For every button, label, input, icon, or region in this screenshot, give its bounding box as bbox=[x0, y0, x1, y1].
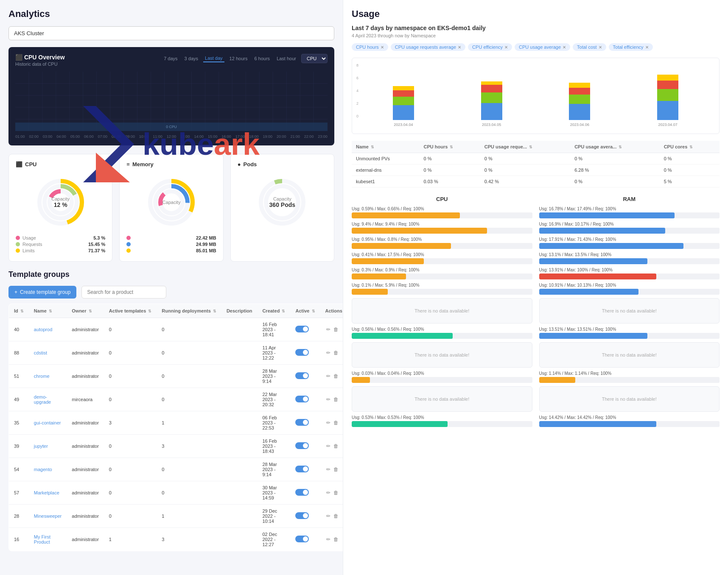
metrics-columns: CPU Usg: 0.59% / Max: 0.66% / Req: 100% … bbox=[352, 196, 720, 430]
edit-icon[interactable]: ✏ bbox=[326, 536, 330, 542]
remove-total-efficiency[interactable]: ✕ bbox=[645, 45, 649, 50]
delete-icon[interactable]: 🗑 bbox=[333, 327, 339, 332]
ut-cpu-usage-avg: 0 % bbox=[570, 153, 659, 165]
delete-icon[interactable]: 🗑 bbox=[333, 513, 339, 519]
cell-id: 39 bbox=[9, 435, 29, 458]
ram-bar-track-9 bbox=[539, 377, 720, 383]
delete-icon[interactable]: 🗑 bbox=[333, 490, 339, 496]
name-link[interactable]: magento bbox=[34, 467, 52, 472]
usage-table-body: Unmounted PVs 0 % 0 % 0 % 0 % external-d… bbox=[352, 153, 720, 187]
name-sort-icon[interactable]: ⇅ bbox=[49, 309, 52, 313]
delete-icon[interactable]: 🗑 bbox=[333, 443, 339, 449]
memory-gauge-card: ≡ Memory Capacity bbox=[119, 154, 223, 262]
active-toggle[interactable] bbox=[295, 372, 309, 379]
name-link[interactable]: chrome bbox=[34, 374, 50, 379]
ram-bar-track-1 bbox=[539, 228, 720, 234]
delete-icon[interactable]: 🗑 bbox=[333, 373, 339, 379]
active-toggle[interactable] bbox=[295, 442, 309, 449]
edit-icon[interactable]: ✏ bbox=[326, 490, 330, 496]
edit-icon[interactable]: ✏ bbox=[326, 466, 330, 472]
edit-icon[interactable]: ✏ bbox=[326, 327, 330, 332]
edit-icon[interactable]: ✏ bbox=[326, 420, 330, 426]
name-link[interactable]: autoprod bbox=[34, 327, 52, 332]
ut-cpu-usage-req: 0.42 % bbox=[480, 176, 570, 187]
template-groups-table: Id ⇅ Name ⇅ Owner ⇅ Active templates ⇅ R… bbox=[8, 304, 348, 551]
bar-seg-green-3 bbox=[569, 95, 590, 104]
name-link[interactable]: Marketplace bbox=[34, 490, 59, 495]
remove-cpu-usage-avg[interactable]: ✕ bbox=[563, 45, 566, 50]
filter-total-efficiency[interactable]: Total efficiency ✕ bbox=[609, 43, 653, 51]
name-link[interactable]: gui-container bbox=[34, 420, 61, 425]
name-link[interactable]: My First Product bbox=[34, 534, 50, 544]
edit-icon[interactable]: ✏ bbox=[326, 443, 330, 449]
cluster-select[interactable]: AKS Cluster bbox=[8, 26, 334, 40]
delete-icon[interactable]: 🗑 bbox=[333, 466, 339, 472]
no-data-ram-10: There is no data available! bbox=[539, 386, 720, 412]
time-lastday-btn[interactable]: Last day bbox=[203, 55, 224, 62]
cpu-bar-fill-4 bbox=[352, 274, 406, 279]
bar-group-4: 2023.04.07 bbox=[630, 73, 706, 127]
edit-icon[interactable]: ✏ bbox=[326, 373, 330, 379]
edit-icon[interactable]: ✏ bbox=[326, 513, 330, 519]
filter-cpu-efficiency[interactable]: CPU efficiency ✕ bbox=[468, 43, 512, 51]
remove-cpu-efficiency[interactable]: ✕ bbox=[504, 45, 508, 50]
active-sort-icon[interactable]: ⇅ bbox=[148, 309, 151, 313]
search-input[interactable] bbox=[81, 286, 166, 299]
metric-select[interactable]: CPU bbox=[301, 54, 328, 63]
time-lasthour-btn[interactable]: Last hour bbox=[275, 55, 298, 62]
delete-icon[interactable]: 🗑 bbox=[333, 420, 339, 426]
delete-icon[interactable]: 🗑 bbox=[333, 396, 339, 402]
remove-total-cost[interactable]: ✕ bbox=[599, 45, 602, 50]
time-3days-btn[interactable]: 3 days bbox=[183, 55, 200, 62]
filter-cpu-hours[interactable]: CPU hours ✕ bbox=[352, 43, 388, 51]
pods-card-title: ● Pods bbox=[238, 161, 327, 167]
filter-cpu-usage-avg[interactable]: CPU usage average ✕ bbox=[515, 43, 570, 51]
delete-icon[interactable]: 🗑 bbox=[333, 536, 339, 542]
name-link[interactable]: cdstist bbox=[34, 350, 47, 355]
bar-seg-red-2 bbox=[481, 85, 502, 92]
id-sort-icon[interactable]: ⇅ bbox=[20, 309, 24, 313]
filter-total-cost[interactable]: Total cost ✕ bbox=[573, 43, 606, 51]
time-12hours-btn[interactable]: 12 hours bbox=[228, 55, 249, 62]
cell-id: 40 bbox=[9, 318, 29, 341]
create-template-group-button[interactable]: + Create template group bbox=[8, 286, 76, 299]
owner-sort-icon[interactable]: ⇅ bbox=[89, 309, 92, 313]
active-toggle[interactable] bbox=[295, 512, 309, 519]
edit-icon[interactable]: ✏ bbox=[326, 396, 330, 402]
cell-name: Minesweeper bbox=[29, 505, 67, 528]
time-6hours-btn[interactable]: 6 hours bbox=[252, 55, 272, 62]
ram-bar-track-7 bbox=[539, 333, 720, 339]
name-link[interactable]: jupyter bbox=[34, 444, 48, 449]
filter-cpu-usage-req[interactable]: CPU usage requests average ✕ bbox=[391, 43, 465, 51]
cpu-chart-svg: 0 CPU bbox=[15, 72, 328, 131]
remove-cpu-hours[interactable]: ✕ bbox=[381, 45, 384, 50]
cpu-bar-label-2: Usg: 0.95% / Max: 0.8% / Req: 100% bbox=[352, 237, 532, 242]
cpu-bar-track-1 bbox=[352, 228, 532, 234]
active-toggle[interactable] bbox=[295, 419, 309, 426]
y-axis: 8 6 4 2 0 bbox=[356, 63, 358, 118]
ram-bar-label-11: Usg: 14.42% / Max: 14.42% / Req: 100% bbox=[539, 415, 720, 420]
cell-name: Marketplace bbox=[29, 481, 67, 505]
created-sort-icon[interactable]: ⇅ bbox=[282, 309, 285, 313]
cell-id: 16 bbox=[9, 528, 29, 551]
time-7days-btn[interactable]: 7 days bbox=[162, 55, 179, 62]
delete-icon[interactable]: 🗑 bbox=[333, 350, 339, 356]
active-toggle[interactable] bbox=[295, 489, 309, 496]
active-toggle[interactable] bbox=[295, 536, 309, 542]
bar-label-3: 2023.04.06 bbox=[570, 123, 589, 127]
deployments-sort-icon[interactable]: ⇅ bbox=[213, 309, 216, 313]
memory-card-title: ≡ Memory bbox=[126, 161, 216, 167]
active-col-sort-icon[interactable]: ⇅ bbox=[312, 309, 315, 313]
active-toggle[interactable] bbox=[295, 326, 309, 332]
bar-seg-blue-2 bbox=[481, 103, 502, 120]
name-link[interactable]: Minesweeper bbox=[34, 514, 62, 519]
active-toggle[interactable] bbox=[295, 349, 309, 356]
table-row: 54 magento administrator 0 0 28 Mar 2023… bbox=[9, 458, 348, 481]
active-toggle[interactable] bbox=[295, 396, 309, 402]
cpu-bar-item-10: There is no data available! bbox=[352, 386, 532, 412]
name-link[interactable]: demo-upgrade bbox=[34, 394, 51, 405]
edit-icon[interactable]: ✏ bbox=[326, 350, 330, 356]
cell-active bbox=[290, 318, 320, 341]
active-toggle[interactable] bbox=[295, 466, 309, 472]
remove-cpu-usage-req[interactable]: ✕ bbox=[458, 45, 461, 50]
